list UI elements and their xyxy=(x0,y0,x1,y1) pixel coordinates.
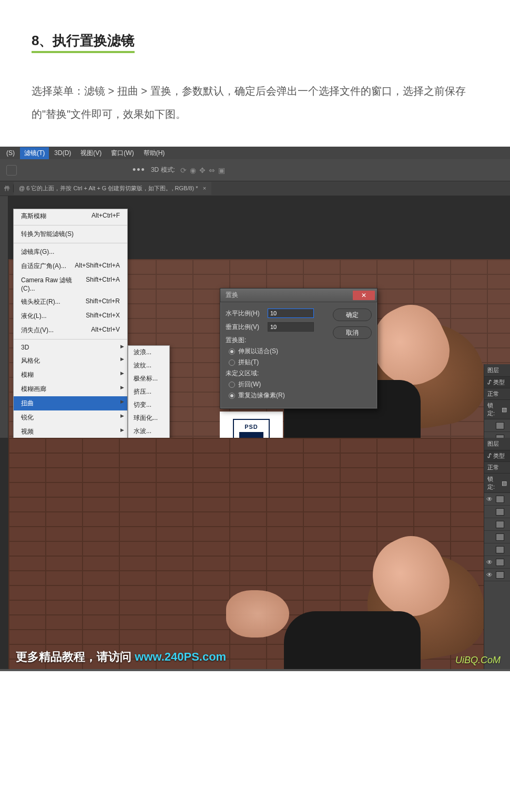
cancel-button[interactable]: 取消 xyxy=(333,326,372,339)
blend-mode-dropdown[interactable]: 正常 xyxy=(484,388,510,400)
menu-item-shortcut: Alt+Shift+Ctrl+A xyxy=(75,262,120,271)
layers-panel[interactable]: 图层 ᔑ 类型 正常 锁定:▧ 👁 xyxy=(484,364,510,438)
visibility-icon[interactable] xyxy=(486,422,494,429)
layers-tab[interactable]: 图层 xyxy=(484,438,510,450)
psd-file-thumbnail[interactable]: PSD Ps 替换.psd xyxy=(220,412,283,438)
document-tab[interactable]: @ 6 它的上面，并按 Ctrl + Alt + G 创建剪切蒙版，如下图。, … xyxy=(14,182,211,195)
menu-item-blur-gallery[interactable]: 模糊画廊 xyxy=(14,382,127,396)
layer-row[interactable] xyxy=(484,518,510,531)
layer-row[interactable] xyxy=(484,531,510,543)
menu-item-camera-raw[interactable]: Camera Raw 滤镜(C)...Shift+Ctrl+A xyxy=(14,273,127,295)
menu-item-last-filter[interactable]: 高斯模糊 Alt+Ctrl+F xyxy=(14,209,127,223)
submenu-pinch[interactable]: 挤压... xyxy=(128,385,169,398)
dialog-titlebar[interactable]: 置换 ✕ xyxy=(220,289,377,302)
radio-tile[interactable]: 拼贴(T) xyxy=(226,358,328,367)
footer-link[interactable]: www.240PS.com xyxy=(135,650,226,663)
visibility-icon[interactable] xyxy=(486,533,494,541)
radio-stretch-fit[interactable]: 伸展以适合(S) xyxy=(226,347,328,356)
mode-3d-icons[interactable]: ⟳ ◉ ✥ ⇔ ▣ xyxy=(180,166,225,174)
layer-row[interactable] xyxy=(484,506,510,518)
layer-row[interactable] xyxy=(484,419,510,432)
menu-select[interactable]: (S) xyxy=(2,148,19,158)
menu-3d[interactable]: 3D(D) xyxy=(50,148,75,158)
radio-repeat-edge[interactable]: 重复边缘像素(R) xyxy=(226,391,328,400)
layer-thumb xyxy=(496,571,504,579)
submenu-ripple[interactable]: 波纹... xyxy=(128,359,169,372)
menu-separator xyxy=(14,339,127,340)
pan-icon[interactable]: ✥ xyxy=(199,166,206,174)
menu-item-label: 视频 xyxy=(21,427,34,436)
menu-item-shortcut: Alt+Ctrl+V xyxy=(91,326,120,335)
layer-row[interactable]: 👁 xyxy=(484,556,510,569)
layer-row[interactable] xyxy=(484,432,510,438)
layer-row[interactable] xyxy=(484,543,510,556)
submenu-polar[interactable]: 极坐标... xyxy=(128,372,169,385)
lock-icon[interactable]: ▧ xyxy=(502,480,507,487)
canvas-area-result: 图层 ᔑ 类型 正常 锁定:▧ 👁 👁 👁 xyxy=(0,438,510,669)
visibility-icon[interactable]: 👁 xyxy=(486,571,494,579)
menu-item-convert-smart[interactable]: 转换为智能滤镜(S) xyxy=(14,227,127,241)
displacement-map-label: 置换图: xyxy=(226,336,328,345)
submenu-wave[interactable]: 波浪... xyxy=(128,346,169,359)
psd-badge: PSD xyxy=(244,424,258,430)
menu-view[interactable]: 视图(V) xyxy=(76,147,106,159)
v-scale-input[interactable] xyxy=(268,322,314,332)
menu-item-lens-correct[interactable]: 镜头校正(R)...Shift+Ctrl+R xyxy=(14,295,127,309)
submenu-spherize[interactable]: 球面化... xyxy=(128,412,169,425)
camera-icon[interactable]: ▣ xyxy=(218,166,225,174)
layers-search[interactable]: ᔑ 类型 xyxy=(484,377,510,388)
options-bar: ••• 3D 模式: ⟳ ◉ ✥ ⇔ ▣ xyxy=(0,159,510,181)
orbit-icon[interactable]: ⟳ xyxy=(180,166,187,174)
radio-label: 折回(W) xyxy=(238,380,261,389)
menubar: (S) 滤镜(T) 3D(D) 视图(V) 窗口(W) 帮助(H) xyxy=(0,147,510,159)
visibility-icon[interactable]: 👁 xyxy=(486,496,494,503)
menu-item-stylize[interactable]: 风格化 xyxy=(14,354,127,368)
layer-row[interactable]: 👁 xyxy=(484,569,510,581)
menu-help[interactable]: 帮助(H) xyxy=(139,147,169,159)
radio-icon[interactable] xyxy=(229,382,235,388)
visibility-icon[interactable] xyxy=(486,508,494,516)
layers-lock-row[interactable]: 锁定:▧ xyxy=(484,400,510,419)
roll-icon[interactable]: ◉ xyxy=(190,166,196,174)
visibility-icon[interactable] xyxy=(486,546,494,553)
menu-filter[interactable]: 滤镜(T) xyxy=(20,147,49,159)
radio-label: 拼贴(T) xyxy=(238,358,259,367)
more-options-icon[interactable]: ••• xyxy=(132,165,146,176)
radio-icon[interactable] xyxy=(229,348,235,355)
visibility-icon[interactable]: 👁 xyxy=(486,559,494,566)
layers-panel[interactable]: 图层 ᔑ 类型 正常 锁定:▧ 👁 👁 👁 xyxy=(484,438,510,669)
layer-row[interactable]: 👁 xyxy=(484,493,510,506)
submenu-shear[interactable]: 切变... xyxy=(128,398,169,412)
menu-item-liquify[interactable]: 液化(L)...Shift+Ctrl+X xyxy=(14,309,127,323)
menu-item-sharpen[interactable]: 锐化 xyxy=(14,410,127,425)
menu-item-adaptive-wide[interactable]: 自适应广角(A)...Alt+Shift+Ctrl+A xyxy=(14,259,127,273)
layers-search[interactable]: ᔑ 类型 xyxy=(484,450,510,462)
layers-tab[interactable]: 图层 xyxy=(484,364,510,377)
menu-item-vanishing-point[interactable]: 消失点(V)...Alt+Ctrl+V xyxy=(14,323,127,337)
canvas-area: 高斯模糊 Alt+Ctrl+F 转换为智能滤镜(S) 滤镜库(G)... 自适应… xyxy=(0,196,510,438)
radio-wrap[interactable]: 折回(W) xyxy=(226,380,328,389)
layer-thumb xyxy=(496,508,504,516)
radio-icon[interactable] xyxy=(229,393,235,399)
menu-window[interactable]: 窗口(W) xyxy=(107,147,138,159)
ok-button[interactable]: 确定 xyxy=(333,309,372,321)
menu-item-distort[interactable]: 扭曲 xyxy=(14,396,127,410)
distort-submenu[interactable]: 波浪... 波纹... 极坐标... 挤压... 切变... 球面化... 水波… xyxy=(128,345,170,438)
menu-item-filter-gallery[interactable]: 滤镜库(G)... xyxy=(14,245,127,259)
menu-item-video[interactable]: 视频 xyxy=(14,425,127,438)
filter-dropdown[interactable]: 高斯模糊 Alt+Ctrl+F 转换为智能滤镜(S) 滤镜库(G)... 自适应… xyxy=(13,209,128,438)
menu-item-3d-sub[interactable]: 3D xyxy=(14,341,127,354)
slide-icon[interactable]: ⇔ xyxy=(209,166,215,174)
menu-item-blur[interactable]: 模糊 xyxy=(14,368,127,382)
dialog-close-button[interactable]: ✕ xyxy=(353,291,375,300)
h-scale-input[interactable] xyxy=(268,309,314,318)
lock-icon[interactable]: ▧ xyxy=(502,406,507,413)
radio-icon[interactable] xyxy=(229,359,235,366)
layers-lock-row[interactable]: 锁定:▧ xyxy=(484,474,510,493)
visibility-icon[interactable] xyxy=(486,521,494,528)
submenu-zigzag[interactable]: 水波... xyxy=(128,425,169,438)
blend-mode-dropdown[interactable]: 正常 xyxy=(484,462,510,474)
tool-preset-icon[interactable] xyxy=(6,165,17,176)
close-icon[interactable]: × xyxy=(203,185,206,191)
menu-item-label: Camera Raw 滤镜(C)... xyxy=(21,276,86,292)
